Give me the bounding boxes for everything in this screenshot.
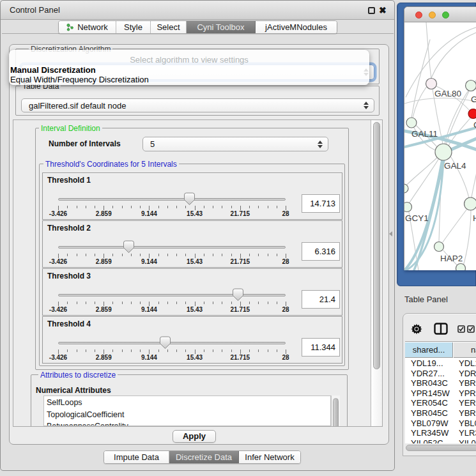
major-tick xyxy=(104,206,104,210)
table-cell-shared-name[interactable]: YDR27... xyxy=(411,369,453,378)
table-cell-shared-name[interactable]: YDL19... xyxy=(411,358,453,368)
network-canvas[interactable]: GAL80GACGAL11GAL4GCY1HHAP2 xyxy=(404,22,476,270)
network-node-hap2[interactable] xyxy=(434,242,444,252)
table-cell-name[interactable]: YDR277C xyxy=(459,369,476,378)
table-cell-name[interactable]: YBR043C xyxy=(459,378,476,388)
table-cell-name[interactable]: YDL194W xyxy=(459,358,476,368)
minor-tick xyxy=(122,254,123,256)
minor-tick xyxy=(167,302,168,304)
threshold-1-slider-track[interactable] xyxy=(58,198,286,201)
table-cell-name[interactable]: YBL079W xyxy=(459,418,476,428)
minor-tick xyxy=(277,254,277,256)
table-cell-shared-name[interactable]: YBL079W xyxy=(411,418,453,428)
bottom-tab-infer-network[interactable]: Infer Network xyxy=(239,451,300,463)
zoom-light[interactable] xyxy=(442,12,449,19)
tick-label: 15.43 xyxy=(187,210,203,217)
minor-tick xyxy=(213,254,213,256)
column-header-shared-name[interactable]: shared... xyxy=(405,342,453,358)
table-cell-shared-name[interactable]: YLR345W xyxy=(411,428,453,438)
popup-item-equal-width[interactable]: Equal Width/Frequency Discretization xyxy=(10,75,149,84)
minor-tick xyxy=(268,254,268,256)
network-node-gal4[interactable] xyxy=(435,144,452,160)
numerical-attributes-list[interactable]: SelfLoopsTopologicalCoefficientBetweenne… xyxy=(43,395,331,426)
attribute-item-selfloops[interactable]: SelfLoops xyxy=(47,398,82,407)
tick-label: 9.144 xyxy=(141,354,157,361)
table-horizontal-scrollbar[interactable] xyxy=(404,443,476,452)
minor-tick xyxy=(222,206,222,208)
column-header-name[interactable]: name xyxy=(454,342,476,358)
threshold-2-slider-track[interactable] xyxy=(58,246,286,249)
table-cell-shared-name[interactable]: YER054C xyxy=(411,398,453,408)
threshold-3-slider-thumb[interactable] xyxy=(232,288,244,302)
checkboxes-icon[interactable] xyxy=(457,325,475,333)
major-tick xyxy=(195,349,196,354)
network-node-gal80[interactable] xyxy=(426,79,437,89)
settings-scrollbar[interactable] xyxy=(371,120,382,426)
table-cell-name[interactable]: YER054C xyxy=(459,398,476,408)
gear-icon[interactable] xyxy=(411,323,422,335)
threshold-4-slider-thumb[interactable] xyxy=(159,336,171,349)
tab-style[interactable]: Style xyxy=(116,21,151,33)
minor-tick xyxy=(213,349,213,352)
bottom-tab-label: Impute Data xyxy=(114,452,159,462)
threshold-2-slider-thumb[interactable] xyxy=(123,240,135,254)
tab-jactivemnodules[interactable]: jActiveMNodules xyxy=(256,21,337,33)
network-node-gal11[interactable] xyxy=(406,118,417,128)
attribute-item-topologicalcoefficient[interactable]: TopologicalCoefficient xyxy=(47,410,124,419)
minor-tick xyxy=(112,206,113,208)
threshold-4-value-field[interactable]: 11.344 xyxy=(302,338,340,357)
network-node[interactable] xyxy=(404,184,408,193)
table-hscrollbar-thumb[interactable] xyxy=(406,445,476,451)
network-edge xyxy=(413,86,427,118)
bottom-tab-discretize-data[interactable]: Discretize Data xyxy=(169,451,239,463)
close-light[interactable] xyxy=(415,12,422,19)
threshold-1-value-field[interactable]: 14.713 xyxy=(302,194,340,213)
tick-label: 28 xyxy=(282,210,289,217)
table-data-combobox[interactable]: galFiltered.sif default node xyxy=(21,98,374,112)
close-icon[interactable]: ✖ xyxy=(379,3,387,17)
network-node-label: GCY1 xyxy=(405,213,429,223)
table-cell-name[interactable]: YPR145W xyxy=(459,388,476,398)
attribute-item-betweennesscentrality[interactable]: BetweennessCentrality xyxy=(47,422,128,426)
popup-item-manual-discretization[interactable]: Manual Discretization xyxy=(10,65,96,75)
network-node-ga[interactable] xyxy=(466,81,476,91)
thresholds-group-title: Threshold's Coordinates for 5 Intervals xyxy=(43,160,179,169)
table-cell-name[interactable]: YLR345W xyxy=(459,428,476,438)
table-cell-shared-name[interactable]: YPR145W xyxy=(411,388,453,398)
settings-scrollbar-thumb[interactable] xyxy=(373,122,380,369)
minor-tick xyxy=(185,254,186,256)
network-node[interactable] xyxy=(456,264,466,271)
threshold-2-value-field[interactable]: 6.316 xyxy=(302,242,340,261)
tick-label: 15.43 xyxy=(187,306,203,313)
threshold-1-slider-thumb[interactable] xyxy=(183,192,196,206)
network-node-gcy1[interactable] xyxy=(404,203,412,212)
tick-label: 21.715 xyxy=(231,354,250,361)
number-of-intervals-combobox[interactable]: 5 xyxy=(142,137,328,151)
major-tick xyxy=(240,349,241,354)
major-tick xyxy=(240,302,241,306)
major-tick xyxy=(195,254,196,258)
table-cell-shared-name[interactable]: YBR043C xyxy=(411,378,453,388)
network-node-h[interactable] xyxy=(464,197,476,210)
table-cell-name[interactable]: YBR045C xyxy=(459,408,476,418)
minimize-light[interactable] xyxy=(429,12,436,19)
attributes-scrollbar-thumb[interactable] xyxy=(333,398,339,426)
apply-button[interactable]: Apply xyxy=(173,430,216,443)
table-cell-shared-name[interactable]: YBR045C xyxy=(411,408,453,418)
columns-icon[interactable] xyxy=(434,323,448,335)
bottom-tab-impute-data[interactable]: Impute Data xyxy=(104,451,169,463)
split-divider-arrow[interactable] xyxy=(389,231,392,236)
float-icon[interactable] xyxy=(368,7,375,14)
network-node-c[interactable] xyxy=(468,109,476,119)
minor-tick xyxy=(140,302,141,304)
threshold-3-value-field[interactable]: 21.4 xyxy=(302,290,340,309)
minor-tick xyxy=(222,302,222,304)
tab-network[interactable]: Network xyxy=(59,21,116,33)
tick-label: 28 xyxy=(282,354,289,361)
tab-select[interactable]: Select xyxy=(151,21,187,33)
threshold-1-label: Threshold 1 xyxy=(47,176,91,185)
threshold-3-slider-track[interactable] xyxy=(58,294,286,296)
attributes-list-scrollbar[interactable] xyxy=(331,395,340,426)
threshold-4-slider-track[interactable] xyxy=(58,342,286,344)
tab-cyni-toolbox[interactable]: Cyni Toolbox xyxy=(187,21,256,33)
